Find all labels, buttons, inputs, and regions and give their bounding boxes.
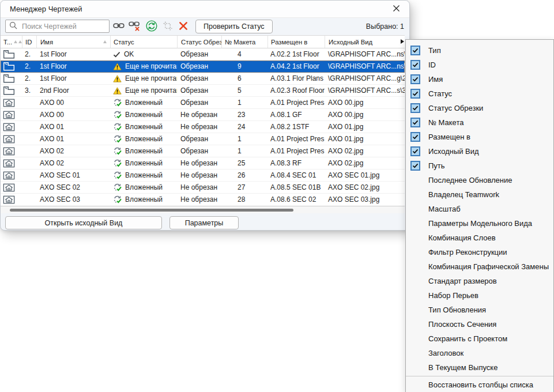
scroll-right-icon[interactable]: [401, 39, 404, 44]
cell-source-view: AXO SEC 03.jpg: [325, 194, 405, 205]
table-row[interactable]: AXO SEC 01 Вложенный Не обрезан 26 A.08.…: [1, 169, 405, 182]
menu-item[interactable]: Параметры Модельного Вида: [406, 216, 553, 231]
menu-item[interactable]: Набор Перьев: [406, 288, 553, 303]
checkbox-checked-icon: [410, 74, 420, 84]
axo-icon: [3, 99, 15, 107]
menu-item[interactable]: Фильтр Реконструкции: [406, 245, 553, 259]
cell-crop-status: Обрезан: [177, 97, 221, 108]
cell-placed-in: A.03.1 Flor Plans: [267, 73, 325, 84]
menu-item[interactable]: Статус Обрезки: [406, 101, 553, 115]
menu-item-label: Комбинация Графической Замены: [428, 262, 549, 271]
check-status-button[interactable]: Проверить Статус: [195, 20, 273, 33]
cell-id: [22, 169, 36, 181]
checkbox-checked-icon: [410, 60, 420, 70]
table-row[interactable]: AXO 00 Вложенный Обрезан 1 A.01 Project …: [1, 97, 405, 109]
menu-item-label: Владелец Teamwork: [428, 190, 499, 199]
link-icon: [113, 22, 125, 31]
table-row[interactable]: 2. 1st Floor OK Обрезан 4 A.02.2 1st Flo…: [1, 48, 405, 61]
table-row[interactable]: AXO 02 Вложенный Обрезан 1 A.01 Project …: [1, 145, 405, 157]
menu-item[interactable]: Плоскость Сечения: [406, 317, 553, 331]
menu-item[interactable]: Размещен в: [406, 130, 553, 144]
table-row[interactable]: AXO 01 Вложенный Обрезан 1 A.01 Project …: [1, 133, 405, 145]
menu-item-label: В Текущем Выпуске: [428, 363, 498, 372]
column-header-crop-status[interactable]: Статус Обрезки: [177, 36, 221, 48]
menu-item[interactable]: ID: [406, 58, 553, 72]
menu-item[interactable]: Последнее Обновление: [406, 173, 553, 187]
embedded-icon: [113, 111, 122, 119]
column-header-layout-number[interactable]: № Макета: [221, 36, 267, 48]
cell-source-view: AXO 01.jpg: [325, 121, 405, 133]
cell-id: 3.: [22, 85, 36, 96]
cell-layout-number: 26: [221, 169, 267, 181]
menu-item[interactable]: № Макета: [406, 115, 553, 130]
options-button[interactable]: Параметры: [169, 216, 239, 229]
menu-item[interactable]: Владелец Teamwork: [406, 187, 553, 202]
cell-id: 2.: [22, 48, 36, 60]
cell-id: [22, 97, 36, 108]
table-row[interactable]: 2. 1st Floor Еще не прочитан Обрезан 9 A…: [1, 61, 405, 73]
cell-crop-status: Не обрезан: [177, 109, 221, 120]
menu-item[interactable]: Исходный Вид: [406, 144, 553, 159]
menu-item-label: Размещен в: [428, 133, 470, 141]
link-drawing-button[interactable]: [111, 20, 126, 33]
scrollbar-thumb[interactable]: [10, 209, 293, 212]
table-row[interactable]: 2. 1st Floor Еще не прочитан Обрезан 6 A…: [1, 73, 405, 85]
menu-item[interactable]: Сохранить с Проектом: [406, 331, 553, 346]
menu-item-label: Статус Обрезки: [428, 104, 483, 112]
menu-item[interactable]: Масштаб: [406, 202, 553, 216]
menu-item-label: Статус: [428, 89, 452, 98]
cell-id: [22, 109, 36, 120]
menu-item[interactable]: Тип Обновления: [406, 303, 553, 317]
table-row[interactable]: AXO 00 Вложенный Не обрезан 23 A.08.1 GF…: [1, 109, 405, 121]
menu-item-label: Плоскость Сечения: [428, 320, 496, 329]
search-input[interactable]: [21, 22, 109, 31]
menu-item[interactable]: Путь: [406, 159, 553, 173]
search-box[interactable]: [5, 20, 110, 33]
column-header-id[interactable]: ID: [22, 36, 36, 48]
delete-drawing-button[interactable]: [176, 20, 191, 33]
menu-item[interactable]: В Текущем Выпуске: [406, 360, 553, 375]
column-header-status[interactable]: Статус: [110, 36, 177, 48]
cell-crop-status: Обрезан: [177, 85, 221, 96]
menu-item[interactable]: Тип: [406, 43, 553, 58]
menu-item[interactable]: Имя: [406, 72, 553, 86]
menu-item-label: Тип: [428, 46, 441, 55]
open-source-view-button[interactable]: Открыть исходный Вид: [5, 216, 162, 229]
checkbox: [410, 204, 420, 214]
column-header-placed-in[interactable]: Размещен в: [267, 36, 325, 48]
menu-item[interactable]: Комбинация Графической Замены: [406, 259, 553, 274]
checkbox: [410, 175, 420, 185]
column-header-type[interactable]: Т...: [1, 36, 22, 48]
cell-status: Вложенный: [125, 99, 163, 107]
menu-item[interactable]: Статус: [406, 86, 553, 101]
menu-item[interactable]: Заголовок: [406, 346, 553, 360]
unlink-icon: [129, 21, 141, 33]
cell-name: AXO 02: [36, 145, 110, 157]
cell-id: [22, 194, 36, 205]
embedded-icon: [113, 99, 122, 107]
column-header-name[interactable]: Имя: [36, 36, 110, 48]
menu-item-label: Параметры Модельного Вида: [428, 219, 532, 228]
cell-crop-status: Не обрезан: [177, 182, 221, 193]
table-row[interactable]: AXO 01 Вложенный Не обрезан 24 A.08.2 1S…: [1, 121, 405, 133]
horizontal-scrollbar[interactable]: [1, 206, 405, 213]
table-row[interactable]: 3. 2nd Floor Еще не прочитан Обрезан 5 A…: [1, 85, 405, 97]
column-header-source-view[interactable]: Исходный Вид: [325, 36, 405, 48]
cell-crop-status: Обрезан: [177, 145, 221, 157]
menu-item[interactable]: Восстановить столбцы списка: [406, 378, 553, 392]
table-row[interactable]: AXO SEC 02 Вложенный Не обрезан 27 A.08.…: [1, 182, 405, 194]
cell-status: Еще не прочитан: [125, 86, 177, 95]
menu-item[interactable]: Стандарт размеров: [406, 274, 553, 288]
table-row[interactable]: AXO 02 Вложенный Не обрезан 25 A.08.3 RF…: [1, 157, 405, 169]
checkbox: [410, 334, 420, 344]
table-row[interactable]: AXO SEC 03 Вложенный Не обрезан 28 A.08.…: [1, 194, 405, 206]
menu-item-label: Путь: [428, 161, 445, 170]
unlink-drawing-button[interactable]: [127, 20, 142, 33]
cell-source-view: \GRAPHISOFT ARC...ns\2.: [325, 61, 405, 72]
close-button[interactable]: [387, 2, 405, 16]
crop-drawing-button[interactable]: [160, 20, 175, 33]
axo-icon: [3, 123, 15, 131]
story-icon: [3, 50, 15, 59]
update-drawing-button[interactable]: [144, 20, 159, 33]
menu-item[interactable]: Комбинация Слоев: [406, 231, 553, 245]
